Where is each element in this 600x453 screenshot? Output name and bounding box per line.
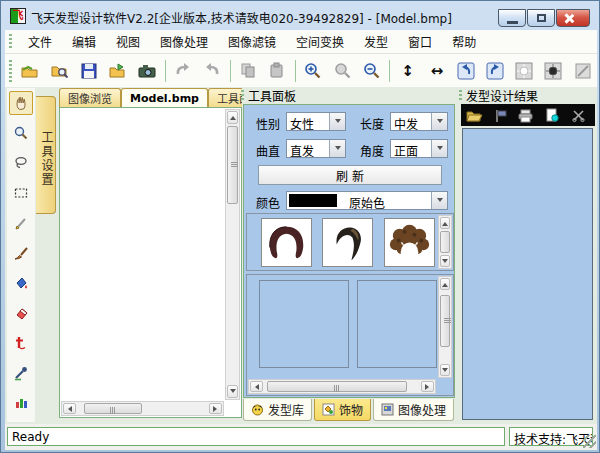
result-cut-button[interactable] <box>566 106 590 124</box>
result-open-button[interactable] <box>462 106 486 124</box>
tool-settings-tab[interactable]: 工具设置 <box>36 96 56 214</box>
zoom-button[interactable] <box>330 59 355 83</box>
image-canvas[interactable] <box>59 107 242 418</box>
save-button[interactable] <box>76 59 101 83</box>
accessory-list <box>246 274 454 396</box>
curl-select[interactable]: 直发 <box>286 139 346 158</box>
undo-button[interactable] <box>170 59 195 83</box>
menu-image-filter[interactable]: 图像滤镜 <box>218 30 286 53</box>
vertical-scroll-thumb[interactable] <box>227 126 238 204</box>
hairstyle-thumbnail-2[interactable] <box>322 218 373 267</box>
resize-grip[interactable] <box>583 435 596 448</box>
result-save-button[interactable] <box>488 106 512 124</box>
hairstyle-2-image <box>323 219 372 266</box>
paste-button[interactable] <box>265 59 290 83</box>
canvas-vertical-scrollbar[interactable] <box>225 109 240 400</box>
scroll-up-button[interactable] <box>227 111 238 124</box>
zoom-tool-button[interactable] <box>9 121 33 145</box>
menu-space-transform[interactable]: 空间变换 <box>286 30 354 53</box>
result-panel-drag-handle[interactable] <box>459 90 462 102</box>
copy-button[interactable] <box>236 59 261 83</box>
tab-hairstyle-library[interactable]: 发型库 <box>243 399 312 421</box>
magnifier-icon <box>13 125 29 141</box>
eyedropper-tool-button[interactable] <box>9 361 33 385</box>
fill-tool-button[interactable] <box>9 271 33 295</box>
crop-button[interactable] <box>570 59 595 83</box>
accessory-vertical-scrollbar[interactable] <box>438 276 452 378</box>
open-button[interactable] <box>18 59 43 83</box>
text-icon <box>13 335 29 351</box>
pen-tool-button[interactable] <box>9 211 33 235</box>
refresh-button[interactable]: 刷 新 <box>258 165 442 185</box>
import-button[interactable] <box>105 59 130 83</box>
toolbar-separator <box>165 60 166 82</box>
maximize-button[interactable] <box>527 9 555 27</box>
scissors-icon <box>571 108 586 123</box>
zoom-in-button[interactable] <box>301 59 326 83</box>
darken-button[interactable] <box>541 59 566 83</box>
result-print-button[interactable] <box>514 106 538 124</box>
hairstyle-thumbnail-3[interactable] <box>384 218 435 267</box>
result-display-area[interactable] <box>462 128 593 420</box>
redo-button[interactable] <box>200 59 225 83</box>
flip-vertical-button[interactable]: ↕ <box>395 59 420 83</box>
menu-window[interactable]: 窗口 <box>398 30 442 53</box>
tab-model-bmp[interactable]: Model.bmp <box>121 88 208 107</box>
menu-view[interactable]: 视图 <box>106 30 150 53</box>
result-panel-header: 发型设计结果 <box>459 87 538 104</box>
browse-button[interactable] <box>47 59 72 83</box>
scroll-down-button[interactable] <box>227 385 238 398</box>
hand-tool-button[interactable] <box>9 91 33 115</box>
rotate-right-button[interactable] <box>483 59 508 83</box>
menu-edit[interactable]: 编辑 <box>62 30 106 53</box>
preview-slot-1[interactable] <box>259 280 349 368</box>
result-preview-button[interactable] <box>540 106 564 124</box>
status-support: 技术支持:飞天科技 <box>509 427 593 446</box>
close-button[interactable] <box>556 9 590 27</box>
arrow-right-icon <box>213 406 220 412</box>
length-label: 长度 <box>360 115 384 132</box>
hairstyle-thumbnail-1[interactable] <box>261 218 312 267</box>
toolbar-drag-handle[interactable] <box>9 60 12 82</box>
rotate-left-button[interactable] <box>454 59 479 83</box>
minimize-button[interactable] <box>498 9 526 27</box>
menu-image-process[interactable]: 图像处理 <box>150 30 218 53</box>
histogram-icon <box>13 395 29 411</box>
capture-button[interactable] <box>134 59 159 83</box>
accessory-horizontal-scrollbar[interactable] <box>248 379 436 394</box>
eraser-tool-button[interactable] <box>9 301 33 325</box>
chevron-down-icon <box>437 146 443 153</box>
tab-tool-panel[interactable]: 工具面板 <box>208 88 242 107</box>
menubar-drag-handle[interactable] <box>9 34 12 50</box>
menu-file[interactable]: 文件 <box>18 30 62 53</box>
menu-help[interactable]: 帮助 <box>442 30 486 53</box>
canvas-horizontal-scrollbar[interactable] <box>61 401 224 416</box>
hairstyle-list-scrollbar[interactable] <box>438 215 452 269</box>
scroll-left-button[interactable] <box>63 403 76 414</box>
face-icon <box>251 403 264 416</box>
text-tool-button[interactable] <box>9 331 33 355</box>
histogram-tool-button[interactable] <box>9 391 33 415</box>
flip-horizontal-button[interactable]: ↔ <box>424 59 449 83</box>
zoom-out-button[interactable] <box>359 59 384 83</box>
tab-image-browse[interactable]: 图像浏览 <box>59 88 121 107</box>
chevron-down-icon <box>437 198 443 205</box>
tab-image-processing[interactable]: 图像处理 <box>373 399 454 421</box>
horizontal-scroll-thumb[interactable] <box>84 403 142 414</box>
length-select[interactable]: 中发 <box>390 112 448 131</box>
title-bar[interactable]: 飞 飞天发型设计软件V2.2[企业版本,技术请致电020-39492829] -… <box>1 1 600 30</box>
angle-select[interactable]: 正面 <box>390 139 448 158</box>
brighten-button[interactable] <box>512 59 537 83</box>
preview-slot-2[interactable] <box>357 280 437 368</box>
tool-panel-drag-handle[interactable] <box>241 90 244 102</box>
app-icon: 飞 <box>10 8 26 24</box>
brush-tool-button[interactable] <box>9 241 33 265</box>
color-select[interactable]: 原始色 <box>286 191 448 210</box>
menu-hairstyle[interactable]: 发型 <box>354 30 398 53</box>
lasso-tool-button[interactable] <box>9 151 33 175</box>
gender-select[interactable]: 女性 <box>286 112 346 131</box>
tab-accessories[interactable]: 饰物 <box>314 399 371 421</box>
tool-panel-header: 工具面板 <box>241 87 296 104</box>
marquee-tool-button[interactable] <box>9 181 33 205</box>
scroll-right-button[interactable] <box>209 403 222 414</box>
